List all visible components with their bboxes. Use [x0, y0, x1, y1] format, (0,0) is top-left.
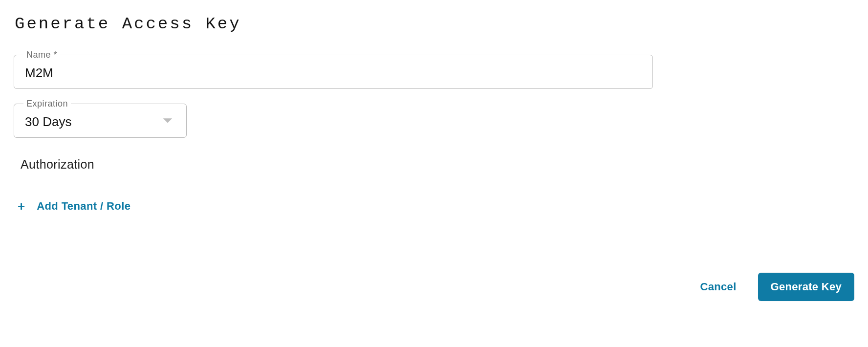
generate-key-button[interactable]: Generate Key [758, 273, 854, 301]
name-label: Name * [23, 50, 60, 60]
expiration-value: 30 Days [25, 114, 71, 130]
expiration-label: Expiration [23, 99, 71, 109]
cancel-button[interactable]: Cancel [697, 280, 739, 294]
plus-icon: + [18, 200, 25, 213]
add-tenant-role-label: Add Tenant / Role [37, 200, 130, 213]
name-input[interactable] [14, 55, 653, 89]
name-field-wrap: Name * [14, 55, 854, 89]
authorization-heading: Authorization [21, 157, 854, 172]
add-tenant-role-button[interactable]: + Add Tenant / Role [18, 200, 130, 213]
page-title: Generate Access Key [15, 15, 854, 33]
expiration-field-wrap: Expiration 30 Days [14, 104, 187, 138]
footer-actions: Cancel Generate Key [697, 273, 854, 301]
